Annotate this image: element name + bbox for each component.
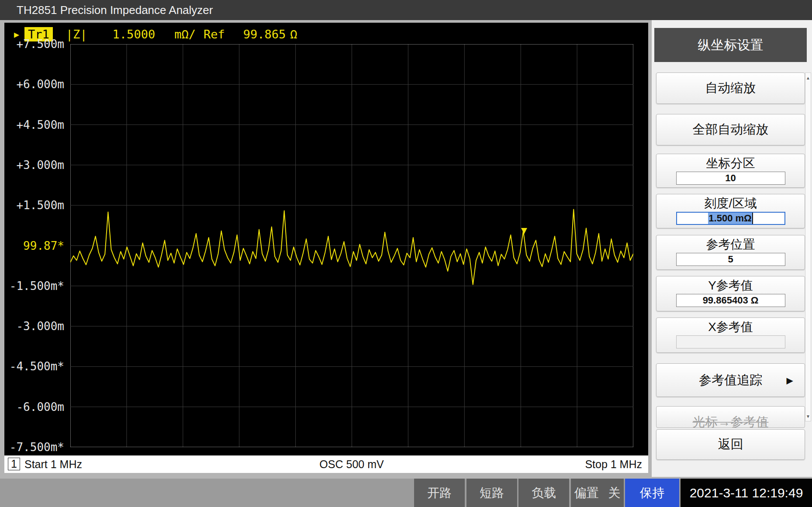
trace-parameter: |Z|: [66, 28, 87, 41]
plot-panel: ▶ Tr1 |Z| 1.5000 mΩ/ Ref 99.865 Ω +7.500…: [4, 23, 648, 455]
submenu-arrow-icon: ▶: [787, 375, 793, 386]
y-reference-input[interactable]: 99.865403 Ω: [676, 294, 785, 307]
instrument-window: TH2851 Precision Impedance Analyzer ▶ Tr…: [0, 0, 812, 507]
trace-ref-value: 99.865: [243, 28, 286, 41]
y-axis-label: -6.000m: [16, 400, 64, 414]
x-reference-group[interactable]: X参考值: [656, 317, 805, 353]
scale-per-division-input[interactable]: 1.500 mΩ: [676, 212, 785, 225]
divisions-group[interactable]: 坐标分区 10: [656, 154, 805, 188]
status-bar: 开路 短路 负载 偏置 关 保持 2021-3-11 12:19:49: [0, 479, 812, 507]
trace-ref-unit: Ω: [290, 28, 297, 41]
sweep-info-bar: 1 Start 1 MHz OSC 500 mV Stop 1 MHz: [4, 455, 648, 473]
auto-scale-all-button[interactable]: 全部自动缩放: [656, 114, 805, 145]
scale-per-division-group[interactable]: 刻度/区域 1.500 mΩ: [656, 194, 805, 228]
channel-number-box: 1: [8, 458, 20, 470]
trace-ref-label: Ref: [204, 28, 225, 41]
y-axis-label: +3.000m: [16, 158, 64, 172]
y-axis-label: -1.500m*: [10, 279, 64, 293]
marker-to-reference-button[interactable]: 光标→参考值: [656, 406, 805, 428]
reference-tracking-label: 参考值追踪: [699, 372, 762, 389]
hold-button[interactable]: 保持: [625, 479, 679, 507]
y-axis: +7.500m+6.000m+4.500m+3.000m+1.500m99.87…: [4, 23, 67, 455]
y-axis-label: +4.500m: [16, 118, 64, 132]
vertical-axis-settings-panel: 纵坐标设置 自动缩放 全部自动缩放 坐标分区 10 刻度/区域 1.500 mΩ…: [652, 20, 812, 477]
y-reference-group[interactable]: Y参考值 99.865403 Ω: [656, 276, 805, 311]
trace-scale-value: 1.5000: [113, 28, 155, 41]
divisions-label: 坐标分区: [706, 156, 755, 170]
bias-label: 偏置: [574, 485, 599, 501]
trace-scale-unit: mΩ/: [174, 28, 196, 41]
y-axis-label: +7.500m: [16, 37, 64, 51]
auto-scale-button[interactable]: 自动缩放: [656, 72, 805, 104]
window-title: TH2851 Precision Impedance Analyzer: [17, 3, 213, 17]
panel-scrollbar[interactable]: ▲ ▼: [805, 72, 811, 421]
y-axis-label: -3.000m: [16, 319, 64, 333]
x-reference-label: X参考值: [708, 320, 753, 334]
sweep-start-label: Start 1 MHz: [24, 458, 82, 471]
y-axis-label: +1.500m: [16, 198, 64, 212]
open-correction-button[interactable]: 开路: [414, 479, 465, 507]
impedance-chart: [70, 44, 633, 447]
load-correction-button[interactable]: 负载: [518, 479, 569, 507]
trace-marker: [521, 228, 527, 234]
chart-svg: [70, 44, 633, 447]
selected-input-text: 1.500 mΩ: [708, 213, 753, 224]
reference-position-label: 参考位置: [706, 238, 755, 252]
scale-per-division-label: 刻度/区域: [705, 197, 757, 210]
osc-level-label: OSC 500 mV: [319, 458, 384, 471]
sweep-stop-label: Stop 1 MHz: [585, 458, 642, 471]
clock-display: 2021-3-11 12:19:49: [681, 479, 812, 507]
reference-tracking-button[interactable]: 参考值追踪 ▶: [656, 363, 805, 397]
bias-toggle-button[interactable]: 偏置 关: [571, 479, 624, 507]
reference-position-group[interactable]: 参考位置 5: [656, 235, 805, 270]
y-reference-label: Y参考值: [708, 279, 753, 293]
y-axis-label: 99.87*: [23, 239, 64, 253]
short-correction-button[interactable]: 短路: [466, 479, 517, 507]
y-axis-label: -4.500m*: [10, 359, 64, 373]
divisions-input[interactable]: 10: [676, 172, 785, 185]
marker-to-reference-label: 光标→参考值: [693, 414, 769, 428]
window-title-bar: TH2851 Precision Impedance Analyzer: [0, 0, 812, 20]
x-reference-input[interactable]: [676, 335, 785, 348]
scroll-up-arrow-icon[interactable]: ▲: [805, 73, 811, 83]
y-axis-label: -7.500m*: [10, 440, 64, 454]
panel-title: 纵坐标设置: [654, 28, 807, 62]
back-button[interactable]: 返回: [656, 429, 805, 460]
scroll-down-arrow-icon[interactable]: ▼: [805, 411, 811, 421]
bias-state: 关: [608, 485, 621, 501]
reference-position-input[interactable]: 5: [676, 253, 785, 266]
y-axis-label: +6.000m: [16, 77, 64, 91]
